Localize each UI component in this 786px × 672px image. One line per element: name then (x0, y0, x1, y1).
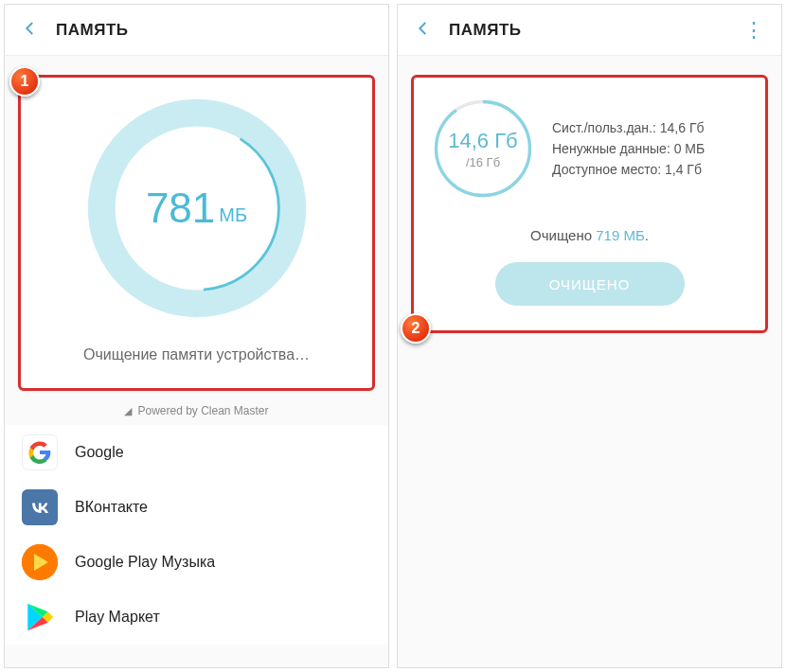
status-text: Очищение памяти устройства… (21, 329, 372, 388)
back-icon[interactable] (415, 20, 432, 41)
memory-unit: МБ (219, 204, 247, 226)
header: ПАМЯТЬ ⋮ (398, 5, 781, 56)
cleaned-suffix: . (645, 227, 649, 243)
page-title: ПАМЯТЬ (56, 21, 128, 40)
play-store-icon (22, 599, 58, 635)
stat-free: Доступное место: 1,4 Гб (552, 162, 748, 177)
app-list: Google ВКонтакте Google Play Музыка Play… (5, 425, 388, 645)
stat-junk: Ненужные данные: 0 МБ (552, 141, 748, 156)
cleaned-prefix: Очищено (530, 227, 596, 243)
app-name: Play Маркет (75, 609, 160, 626)
storage-card: 2 14,6 Гб /16 Гб Сист./польз.дан.: 14,6 … (411, 75, 768, 333)
storage-ring: 14,6 Гб /16 Гб (431, 97, 535, 201)
header: ПАМЯТЬ (5, 5, 388, 56)
app-name: Google (75, 444, 124, 461)
app-name: Google Play Музыка (75, 554, 215, 571)
powered-label: Powered by Clean Master (137, 404, 268, 417)
left-screen: ПАМЯТЬ 1 781 МБ Очищение памяти устройст… (4, 4, 389, 668)
progress-ring-wrap: 781 МБ (21, 78, 372, 329)
powered-by: ◢ Powered by Clean Master (5, 400, 388, 425)
app-name: ВКонтакте (75, 499, 148, 516)
callout-badge-1: 1 (9, 66, 40, 97)
callout-badge-2: 2 (401, 313, 431, 344)
list-item[interactable]: Google (5, 425, 388, 480)
play-music-icon (22, 544, 58, 580)
right-screen: ПАМЯТЬ ⋮ 2 14,6 Гб /16 Гб Сист./польз.да… (397, 4, 782, 668)
list-item[interactable]: ВКонтакте (5, 480, 388, 535)
vk-icon (22, 489, 58, 525)
cleaning-card: 1 781 МБ Очищение памяти устройства… (18, 75, 375, 391)
google-icon (22, 434, 58, 470)
storage-stats: Сист./польз.дан.: 14,6 Гб Ненужные данны… (552, 120, 748, 177)
cleaned-value: 719 МБ (596, 227, 645, 243)
cleaned-button[interactable]: ОЧИЩЕНО (495, 262, 685, 306)
progress-ring: 781 МБ (83, 95, 311, 322)
broom-icon: ◢ (124, 405, 132, 417)
page-title: ПАМЯТЬ (449, 21, 521, 40)
storage-total: /16 Гб (466, 155, 500, 169)
list-item[interactable]: Play Маркет (5, 590, 388, 645)
memory-value: 781 (146, 185, 215, 232)
storage-used: 14,6 Гб (448, 129, 517, 153)
back-icon[interactable] (22, 20, 39, 41)
cleaned-text: Очищено 719 МБ. (431, 227, 748, 243)
list-item[interactable]: Google Play Музыка (5, 535, 388, 590)
stat-system: Сист./польз.дан.: 14,6 Гб (552, 120, 748, 135)
more-menu-icon[interactable]: ⋮ (743, 18, 764, 43)
